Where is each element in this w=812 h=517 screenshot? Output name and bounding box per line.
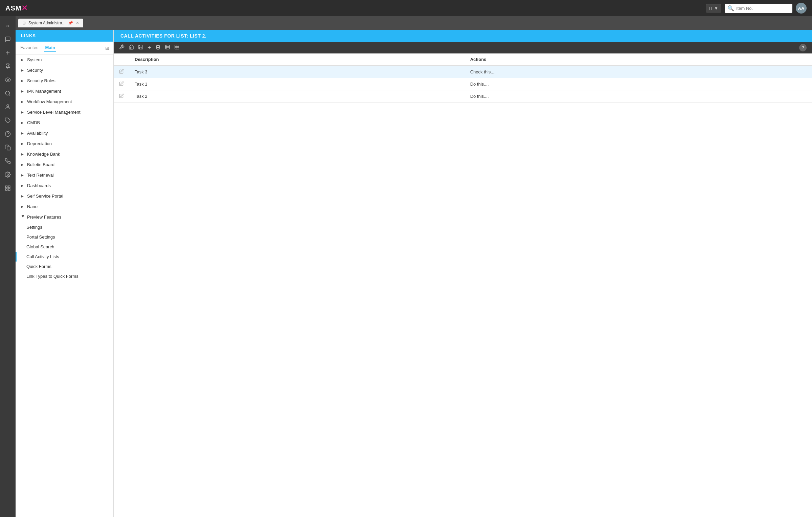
table-row[interactable]: Task 3 Check this.... [114, 66, 812, 78]
nav-arrow-icon: ▶ [21, 184, 25, 187]
tab-grid-icon: ⊞ [22, 21, 26, 25]
eye-icon[interactable] [2, 74, 14, 86]
edit-icon[interactable] [119, 69, 124, 75]
sidebar-tabs: Favorites Main ⊞ [16, 42, 113, 54]
nav-item-bulletin-board[interactable]: ▶ Bulletin Board [16, 159, 113, 170]
nav-item-ipk[interactable]: ▶ IPK Management [16, 86, 113, 96]
avatar[interactable]: AA [796, 3, 807, 14]
svg-line-5 [9, 94, 10, 95]
svg-point-4 [5, 91, 9, 95]
nav-right: IT ▼ 🔍 AA [706, 3, 807, 14]
phone-icon[interactable] [2, 155, 14, 167]
search-rail-icon[interactable] [2, 87, 14, 99]
search-input[interactable] [736, 6, 790, 11]
columns-icon[interactable] [174, 44, 180, 51]
sidebar-grid-icon[interactable]: ⊞ [105, 45, 109, 51]
tab-favorites[interactable]: Favorites [20, 44, 39, 52]
svg-rect-13 [8, 186, 10, 187]
nav-item-system[interactable]: ▶ System [16, 54, 113, 65]
nav-sub-portal-settings[interactable]: Portal Settings [16, 232, 113, 242]
nav-item-workflow[interactable]: ▶ Workflow Management [16, 96, 113, 107]
table-row[interactable]: Task 1 Do this.... [114, 78, 812, 90]
edit-icon[interactable] [119, 94, 124, 99]
tab-system-admin[interactable]: ⊞ System Administra... 📌 ✕ [18, 19, 83, 27]
apps-rail-icon[interactable] [2, 182, 14, 194]
nav-item-dashboards[interactable]: ▶ Dashboards [16, 180, 113, 191]
nav-arrow-icon: ▶ [21, 215, 25, 219]
wrench-icon[interactable] [119, 44, 125, 51]
edit-cell [114, 66, 129, 78]
app-body: ›› [0, 16, 812, 517]
nav-arrow-icon: ▶ [21, 205, 25, 208]
save-icon[interactable] [138, 44, 143, 51]
nav-sub-link-types[interactable]: Link Types to Quick Forms [16, 271, 113, 281]
table-row[interactable]: Task 2 Do this.... [114, 90, 812, 103]
tab-main[interactable]: Main [44, 44, 56, 52]
home-icon[interactable] [129, 44, 134, 51]
nav-arrow-icon: ▶ [21, 58, 25, 62]
it-dropdown[interactable]: IT ▼ [706, 4, 721, 13]
nav-arrow-icon: ▶ [21, 110, 25, 114]
nav-arrow-icon: ▶ [21, 89, 25, 93]
nav-sub-quick-forms[interactable]: Quick Forms [16, 262, 113, 271]
description-cell: Task 3 [129, 66, 465, 78]
logo-asm: ASM [5, 4, 21, 12]
it-label: IT [709, 6, 713, 11]
tab-label: System Administra... [28, 21, 65, 25]
help-button[interactable]: ? [799, 44, 807, 51]
plus-icon[interactable] [2, 47, 14, 59]
svg-rect-16 [165, 45, 170, 49]
tab-close-icon[interactable]: ✕ [76, 21, 79, 25]
nav-sub-call-activity-lists[interactable]: Call Activity Lists [16, 252, 113, 262]
nav-item-security-roles[interactable]: ▶ Security Roles [16, 75, 113, 86]
add-toolbar-icon[interactable]: + [148, 44, 151, 51]
copy-icon[interactable] [2, 141, 14, 154]
sidebar-nav: ▶ System ▶ Security ▶ Security Roles ▶ I… [16, 54, 113, 517]
delete-icon[interactable] [155, 44, 161, 51]
toolbar: + ? [114, 42, 812, 53]
panel-header: CALL ACTIVITIES FOR LIST: LIST 2. [114, 30, 812, 42]
svg-point-6 [7, 105, 9, 107]
table-icon[interactable] [165, 44, 170, 51]
nav-item-depreciation[interactable]: ▶ Depreciation [16, 138, 113, 149]
nav-item-knowledge-bank[interactable]: ▶ Knowledge Bank [16, 149, 113, 159]
tab-bar: ⊞ System Administra... 📌 ✕ [16, 16, 812, 30]
nav-item-cmdb[interactable]: ▶ CMDB [16, 117, 113, 128]
nav-item-self-service[interactable]: ▶ Self Service Portal [16, 191, 113, 201]
nav-sub-settings[interactable]: Settings [16, 222, 113, 232]
gear-rail-icon[interactable] [2, 168, 14, 181]
nav-item-service-level[interactable]: ▶ Service Level Management [16, 107, 113, 117]
nav-item-preview-features[interactable]: ▶ Preview Features [16, 212, 113, 222]
table-header: Description Actions [114, 53, 812, 66]
nav-arrow-icon: ▶ [21, 79, 25, 83]
tab-pin-icon[interactable]: 📌 [68, 21, 73, 25]
nav-item-security[interactable]: ▶ Security [16, 65, 113, 75]
edit-icon[interactable] [119, 82, 124, 87]
nav-arrow-icon: ▶ [21, 142, 25, 145]
col-description: Description [129, 53, 465, 66]
global-search-bar[interactable]: 🔍 [725, 4, 792, 13]
nav-item-text-retrieval[interactable]: ▶ Text Retrieval [16, 170, 113, 180]
nav-sub-global-search[interactable]: Global Search [16, 242, 113, 252]
table-body: Task 3 Check this.... Task 1 Do this.... [114, 66, 812, 103]
actions-cell: Do this.... [465, 90, 812, 103]
description-cell: Task 1 [129, 78, 465, 90]
col-edit [114, 53, 129, 66]
person-search-icon[interactable] [2, 101, 14, 113]
nav-arrow-icon: ▶ [21, 100, 25, 104]
collapse-icon[interactable]: ›› [2, 20, 14, 32]
data-table: Description Actions Task 3 Check this. [114, 53, 812, 517]
nav-item-availability[interactable]: ▶ Availability [16, 128, 113, 138]
call-activities-table: Description Actions Task 3 Check this. [114, 53, 812, 103]
edit-cell [114, 78, 129, 90]
nav-arrow-icon: ▶ [21, 194, 25, 198]
nav-item-nano[interactable]: ▶ Nano [16, 201, 113, 212]
actions-cell: Do this.... [465, 78, 812, 90]
actions-cell: Check this.... [465, 66, 812, 78]
help-rail-icon[interactable] [2, 128, 14, 140]
topnav: ASM ✕ IT ▼ 🔍 AA [0, 0, 812, 16]
pin-icon[interactable] [2, 60, 14, 72]
chat-icon[interactable] [2, 33, 14, 45]
tag-icon[interactable] [2, 114, 14, 127]
icon-rail: ›› [0, 16, 16, 517]
